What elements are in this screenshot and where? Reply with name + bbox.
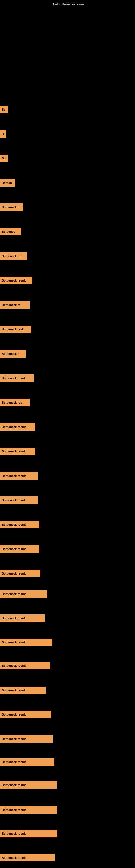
bar-item-30: Bottleneck result: [0, 830, 57, 837]
bar-label-29: Bottleneck result: [2, 808, 26, 812]
bar-item-16: Bottleneck result: [0, 496, 38, 504]
bar-label-24: Bottleneck result: [2, 689, 26, 692]
bar-item-2: Bo: [0, 155, 8, 162]
bar-item-31: Bottleneck result: [0, 854, 54, 862]
bar-item-19: Bottleneck result: [0, 569, 41, 577]
bar-label-7: Bottleneck result: [2, 279, 26, 282]
bar-item-11: Bottleneck result: [0, 374, 34, 382]
bar-label-0: Bo: [2, 108, 6, 111]
bar-item-9: Bottleneck rest: [0, 326, 31, 333]
bar-item-23: Bottleneck result: [0, 662, 50, 670]
bar-label-4: Bottleneck r: [2, 206, 19, 209]
bar-label-31: Bottleneck result: [2, 856, 26, 859]
bar-label-25: Bottleneck result: [2, 713, 26, 716]
bar-label-30: Bottleneck result: [2, 832, 26, 835]
bar-item-15: Bottleneck result: [0, 472, 38, 479]
bar-label-23: Bottleneck result: [2, 664, 26, 667]
bar-label-18: Bottleneck result: [2, 547, 26, 551]
bar-item-7: Bottleneck result: [0, 277, 32, 284]
bar-item-17: Bottleneck result: [0, 521, 39, 528]
bar-item-20: Bottleneck result: [0, 590, 47, 598]
bar-item-22: Bottleneck result: [0, 639, 52, 646]
bar-label-15: Bottleneck result: [2, 474, 26, 477]
bar-label-13: Bottleneck result: [2, 425, 26, 429]
bar-label-5: Bottlenec: [2, 230, 15, 233]
bar-item-24: Bottleneck result: [0, 686, 46, 694]
bar-item-10: Bottleneck r: [0, 350, 26, 358]
bar-label-26: Bottleneck result: [2, 737, 26, 741]
bar-label-11: Bottleneck result: [2, 376, 26, 380]
bar-item-12: Bottleneck res: [0, 399, 30, 406]
bar-label-17: Bottleneck result: [2, 523, 26, 526]
bar-item-13: Bottleneck result: [0, 423, 35, 431]
bar-label-6: Bottleneck re: [2, 254, 20, 258]
bar-label-28: Bottleneck result: [2, 783, 26, 786]
bar-label-3: Bottlen: [2, 181, 12, 184]
bar-label-2: Bo: [2, 157, 6, 160]
bar-item-25: Bottleneck result: [0, 711, 51, 718]
bar-item-21: Bottleneck result: [0, 614, 45, 622]
bar-label-19: Bottleneck result: [2, 572, 26, 575]
bar-item-18: Bottleneck result: [0, 545, 39, 553]
bar-item-3: Bottlen: [0, 179, 15, 187]
bar-item-14: Bottleneck result: [0, 447, 35, 455]
bar-item-26: Bottleneck result: [0, 735, 53, 743]
bar-label-21: Bottleneck result: [2, 617, 26, 620]
bar-item-29: Bottleneck result: [0, 806, 57, 814]
bar-item-1: B: [0, 130, 6, 138]
site-title: TheBottlenecker.com: [51, 2, 84, 6]
bar-label-12: Bottleneck res: [2, 401, 22, 404]
bar-label-16: Bottleneck result: [2, 499, 26, 502]
bar-label-8: Bottleneck re: [2, 303, 20, 307]
bar-item-6: Bottleneck re: [0, 252, 27, 260]
bar-label-1: B: [2, 132, 4, 135]
bar-label-22: Bottleneck result: [2, 641, 26, 644]
bar-label-10: Bottleneck r: [2, 352, 19, 355]
bar-item-27: Bottleneck result: [0, 758, 54, 766]
bar-label-27: Bottleneck result: [2, 760, 26, 764]
bar-item-4: Bottleneck r: [0, 204, 23, 211]
bar-item-0: Bo: [0, 106, 8, 113]
bar-item-5: Bottlenec: [0, 228, 21, 236]
bar-item-8: Bottleneck re: [0, 301, 30, 309]
bar-item-28: Bottleneck result: [0, 781, 57, 789]
bar-label-9: Bottleneck rest: [2, 328, 23, 331]
bar-label-14: Bottleneck result: [2, 450, 26, 453]
bar-label-20: Bottleneck result: [2, 592, 26, 596]
